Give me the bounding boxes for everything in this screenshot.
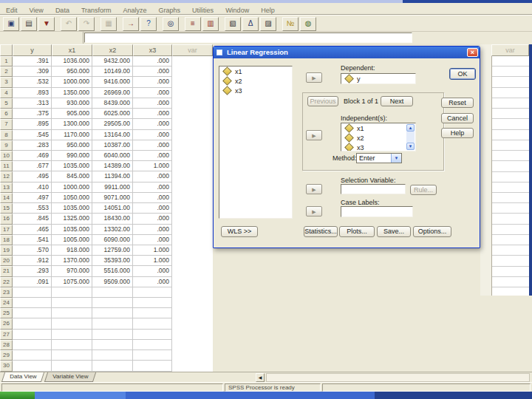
data-cell-x1[interactable]: 1050.000 [52,193,92,203]
independent-list-scrollbar[interactable]: ▲ ▼ [406,124,415,150]
case-labels-field[interactable] [341,206,413,217]
data-cell-x3[interactable]: .000 [133,193,172,203]
data-cell-x3[interactable]: .000 [133,183,172,193]
undo-icon[interactable]: ↶ [61,17,77,31]
find-icon[interactable]: ◎ [163,17,179,31]
dependent-transfer-arrow-icon[interactable]: ▶ [306,72,322,83]
data-cell-y[interactable]: .532 [13,77,52,87]
dependent-field[interactable]: y [341,73,416,84]
data-cell-x3[interactable]: .000 [133,56,172,66]
variable-info-icon[interactable]: ? [140,17,157,31]
row-number[interactable]: 16 [0,214,13,224]
row-number[interactable]: 17 [0,225,13,235]
data-cell-x2[interactable]: 12759.00 [92,245,133,256]
data-cell-x2[interactable]: 5516.000 [92,266,133,276]
data-cell-y[interactable] [13,287,52,298]
row-number[interactable]: 15 [0,203,13,214]
taskbar-segment[interactable] [35,392,126,399]
insert-variable-icon[interactable]: ▥ [202,17,219,31]
data-cell-x3[interactable] [133,340,172,350]
data-cell-y[interactable]: .309 [13,66,52,77]
data-cell-x3[interactable] [133,287,172,298]
data-cell-x1[interactable]: 930.000 [52,98,92,109]
source-variable-x3[interactable]: x3 [219,86,292,95]
data-cell-x1[interactable]: 1005.000 [52,235,92,245]
independent-variable-x1[interactable]: x1 [341,123,406,133]
data-cell-x3[interactable]: .000 [133,171,172,182]
data-cell-x1[interactable]: 1300.000 [52,119,92,129]
tab-variable-view[interactable]: Variable View [44,372,96,382]
help-button[interactable]: Help [441,128,474,138]
data-cell-x3[interactable]: .000 [133,266,172,276]
data-cell-x2[interactable] [92,308,133,318]
close-icon[interactable]: × [467,48,478,57]
data-cell-x1[interactable]: 1370.000 [52,256,92,266]
data-cell-x3[interactable]: 1.000 [133,245,172,256]
data-cell-y[interactable]: .541 [13,235,52,245]
data-cell-x2[interactable]: 29505.00 [92,119,133,129]
data-cell-x1[interactable]: 950.000 [52,66,92,77]
data-cell-x3[interactable]: .000 [133,119,172,129]
data-cell-y[interactable]: .570 [13,245,52,256]
row-number[interactable]: 2 [0,66,13,77]
start-button-fragment[interactable] [0,392,35,399]
data-cell-x3[interactable] [133,330,172,340]
data-cell-y[interactable] [13,318,52,329]
data-cell-x1[interactable]: 1036.000 [52,56,92,66]
dropdown-arrow-icon[interactable]: ▼ [391,154,401,163]
options-button[interactable]: Options... [413,226,451,237]
row-number[interactable]: 21 [0,266,13,276]
dialog-titlebar[interactable]: Linear Regression × [214,47,480,58]
next-button[interactable]: Next [381,96,413,106]
use-sets-icon[interactable]: ◍ [300,17,316,31]
data-cell-x2[interactable]: 9509.000 [92,277,133,287]
data-cell-x2[interactable]: 6025.000 [92,109,133,119]
statistics-button[interactable]: Statistics... [304,226,338,237]
data-cell-x1[interactable] [52,330,92,340]
goto-case-icon[interactable]: → [123,17,139,31]
row-number[interactable]: 26 [0,318,13,329]
data-cell-x1[interactable]: 845.000 [52,171,92,182]
row-number[interactable]: 18 [0,235,13,245]
independent-variable-x2[interactable]: x2 [341,133,406,143]
col-header-x3[interactable]: x3 [133,44,172,56]
data-cell-x2[interactable]: 10387.00 [92,140,133,151]
row-number[interactable]: 5 [0,98,13,109]
data-cell-x2[interactable]: 9071.000 [92,193,133,203]
data-cell-y[interactable]: .091 [13,277,52,287]
value-labels-icon[interactable]: № [282,17,299,31]
horizontal-scrollbar[interactable] [266,373,530,382]
data-cell-y[interactable]: .391 [13,56,52,66]
data-cell-x2[interactable]: 14051.00 [92,203,133,214]
selection-transfer-arrow-icon[interactable]: ▶ [306,184,322,194]
row-number[interactable]: 29 [0,350,13,361]
data-cell-x1[interactable]: 1350.000 [52,88,92,98]
col-header-x1[interactable]: x1 [52,44,92,56]
data-cell-x1[interactable]: 1035.000 [52,225,92,235]
data-cell-x1[interactable] [52,340,92,350]
cancel-button[interactable]: Cancel [441,113,474,123]
data-cell-x3[interactable]: .000 [133,98,172,109]
data-cell-x1[interactable] [52,361,92,371]
data-cell-x1[interactable]: 950.000 [52,140,92,151]
data-cell-y[interactable]: .677 [13,161,52,171]
data-cell-x1[interactable] [52,298,92,308]
data-cell-x2[interactable]: 9432.000 [92,56,133,66]
method-dropdown[interactable]: Enter ▼ [356,153,402,163]
data-cell-x1[interactable]: 1000.000 [52,183,92,193]
data-cell-y[interactable]: .410 [13,183,52,193]
weight-cases-icon[interactable]: Δ [242,17,259,31]
data-cell-x3[interactable]: .000 [133,235,172,245]
save-icon[interactable]: ▣ [3,17,19,31]
data-cell-x2[interactable] [92,318,133,329]
row-number[interactable]: 1 [0,56,13,66]
data-cell-x1[interactable]: 990.000 [52,151,92,161]
source-variable-list[interactable]: x1x2x3 [219,66,293,219]
row-number[interactable]: 20 [0,256,13,266]
save-button[interactable]: Save... [377,226,411,237]
taskbar-segment[interactable] [126,392,375,399]
data-cell-x3[interactable]: .000 [133,88,172,98]
row-number[interactable]: 10 [0,151,13,161]
data-cell-x1[interactable]: 1325.000 [52,214,92,224]
tab-data-view[interactable]: Data View [1,372,45,382]
